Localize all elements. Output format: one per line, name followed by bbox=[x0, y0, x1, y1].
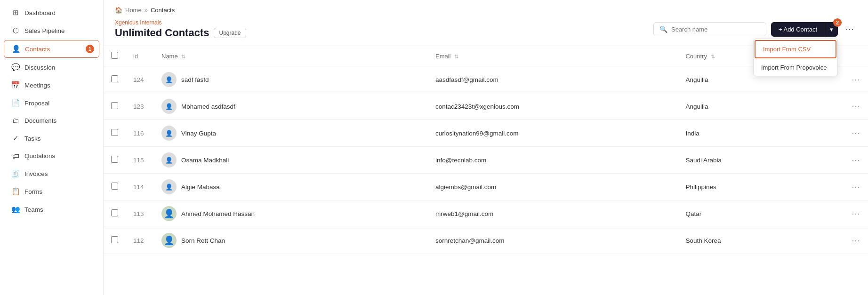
row-email-113[interactable]: mrweb1@gmail.com bbox=[428, 200, 678, 227]
sidebar-item-meetings[interactable]: 📅 Meetings bbox=[4, 77, 99, 94]
row-country-115: Saudi Arabia bbox=[678, 147, 807, 174]
import-dropdown-menu: Import From CSVImport From Propovoice bbox=[753, 39, 838, 76]
row-id-124: 124 bbox=[126, 66, 154, 93]
row-id-112: 112 bbox=[126, 227, 154, 254]
dropdown-item-1[interactable]: Import From Propovoice bbox=[754, 59, 837, 76]
row-actions-123[interactable]: ⋯ bbox=[807, 93, 868, 120]
row-name-113[interactable]: Ahmed Mohamed Hassan bbox=[181, 210, 255, 217]
sidebar-item-discussion[interactable]: 💬 Discussion bbox=[4, 59, 99, 76]
col-email[interactable]: Email ⇅ bbox=[428, 46, 678, 66]
row-checkbox-112[interactable] bbox=[111, 236, 118, 243]
sidebar-item-invoices[interactable]: 🧾 Invoices bbox=[4, 165, 99, 182]
row-name-cell-116: 👤 Vinay Gupta bbox=[154, 120, 428, 147]
row-country-112: South Korea bbox=[678, 227, 807, 254]
row-name-cell-124: 👤 sadf fasfd bbox=[154, 66, 428, 93]
row-email-116[interactable]: curiositynation99@gmail.com bbox=[428, 120, 678, 147]
row-checkbox-113[interactable] bbox=[111, 209, 118, 216]
table-row: 114 👤 Algie Mabasa algiembs@gmail.com Ph… bbox=[104, 174, 868, 200]
row-name-112[interactable]: Sorn Rett Chan bbox=[181, 237, 225, 244]
teams-icon: 👥 bbox=[11, 205, 20, 214]
documents-icon: 🗂 bbox=[11, 117, 20, 125]
search-input[interactable] bbox=[671, 26, 760, 33]
sidebar-item-teams[interactable]: 👥 Teams bbox=[4, 201, 99, 218]
dropdown-item-0[interactable]: Import From CSV bbox=[755, 40, 836, 58]
breadcrumb-home[interactable]: Home bbox=[125, 7, 142, 14]
row-checkbox-124[interactable] bbox=[111, 75, 118, 82]
more-options-button[interactable]: ⋯ bbox=[843, 22, 857, 36]
contacts-icon: 👤 bbox=[12, 45, 20, 53]
proposal-icon: 📄 bbox=[11, 99, 20, 107]
sidebar-item-dashboard[interactable]: ⊞ Dashboard bbox=[4, 4, 99, 21]
select-all-header bbox=[104, 46, 126, 66]
sidebar-item-documents[interactable]: 🗂 Documents bbox=[4, 112, 99, 129]
row-email-112[interactable]: sornretchan@gmail.com bbox=[428, 227, 678, 254]
row-actions-114[interactable]: ⋯ bbox=[807, 174, 868, 200]
discussion-icon: 💬 bbox=[11, 63, 20, 72]
row-checkbox-123[interactable] bbox=[111, 102, 118, 109]
header-actions: 🔍 + Add Contact ▾ 2 Import From CSVImpor… bbox=[653, 22, 857, 37]
row-name-123[interactable]: Mohamed asdfasdf bbox=[181, 103, 235, 110]
sidebar-label-sales-pipeline: Sales Pipeline bbox=[24, 27, 65, 34]
row-checkbox-cell bbox=[104, 120, 126, 147]
sidebar-label-tasks: Tasks bbox=[24, 135, 41, 142]
home-icon: 🏠 bbox=[115, 7, 122, 14]
row-email-123[interactable]: contac23423t@xgenious.com bbox=[428, 93, 678, 120]
sidebar-label-forms: Forms bbox=[24, 188, 42, 195]
notification-badge: 2 bbox=[833, 18, 842, 27]
table-body: 124 👤 sadf fasfd aasdfasdf@gmail.com Ang… bbox=[104, 66, 868, 254]
sidebar-item-sales-pipeline[interactable]: ⬡ Sales Pipeline bbox=[4, 22, 99, 39]
row-country-113: Qatar bbox=[678, 200, 807, 227]
row-email-114[interactable]: algiembs@gmail.com bbox=[428, 174, 678, 200]
row-actions-112[interactable]: ⋯ bbox=[807, 227, 868, 254]
avatar: 👤 bbox=[161, 152, 177, 167]
select-all-checkbox[interactable] bbox=[111, 52, 118, 59]
row-id-113: 113 bbox=[126, 200, 154, 227]
row-email-115[interactable]: info@tecnlab.com bbox=[428, 147, 678, 174]
upgrade-button[interactable]: Upgrade bbox=[214, 28, 246, 38]
page-title: Unlimited Contacts Upgrade bbox=[115, 27, 646, 39]
row-checkbox-115[interactable] bbox=[111, 156, 118, 163]
sidebar-item-quotations[interactable]: 🏷 Quotations bbox=[4, 148, 99, 164]
sidebar-item-contacts[interactable]: 👤 Contacts 1 bbox=[4, 40, 99, 58]
org-name: Xgenious Internals bbox=[115, 19, 646, 26]
sidebar-label-quotations: Quotations bbox=[24, 152, 55, 159]
contacts-table-container: id Name ⇅ Email ⇅ Country ⇅ 124 👤 sadf f… bbox=[104, 46, 868, 295]
quotations-icon: 🏷 bbox=[11, 152, 20, 160]
main-content: 🏠 Home » Contacts Xgenious Internals Unl… bbox=[104, 0, 868, 295]
row-checkbox-cell bbox=[104, 66, 126, 93]
avatar: 👤 bbox=[161, 99, 177, 114]
row-name-124[interactable]: sadf fasfd bbox=[181, 76, 209, 83]
search-box: 🔍 bbox=[653, 22, 766, 36]
row-name-cell-123: 👤 Mohamed asdfasdf bbox=[154, 93, 428, 120]
col-name[interactable]: Name ⇅ bbox=[154, 46, 428, 66]
sidebar-item-tasks[interactable]: ✓ Tasks bbox=[4, 130, 99, 147]
row-actions-113[interactable]: ⋯ bbox=[807, 200, 868, 227]
row-checkbox-cell bbox=[104, 227, 126, 254]
sidebar-label-documents: Documents bbox=[24, 117, 56, 124]
sidebar-label-dashboard: Dashboard bbox=[24, 9, 56, 16]
row-checkbox-116[interactable] bbox=[111, 129, 118, 136]
avatar: 👤 bbox=[161, 126, 177, 141]
invoices-icon: 🧾 bbox=[11, 169, 20, 178]
sidebar-item-forms[interactable]: 📋 Forms bbox=[4, 183, 99, 200]
breadcrumb-current: Contacts bbox=[151, 7, 175, 14]
table-row: 123 👤 Mohamed asdfasdf contac23423t@xgen… bbox=[104, 93, 868, 120]
sidebar-label-teams: Teams bbox=[24, 206, 43, 213]
page-header: Xgenious Internals Unlimited Contacts Up… bbox=[104, 16, 868, 46]
row-checkbox-114[interactable] bbox=[111, 183, 118, 190]
row-email-124[interactable]: aasdfasdf@gmail.com bbox=[428, 66, 678, 93]
row-country-114: Philippines bbox=[678, 174, 807, 200]
row-checkbox-cell bbox=[104, 93, 126, 120]
row-id-123: 123 bbox=[126, 93, 154, 120]
row-country-123: Anguilla bbox=[678, 93, 807, 120]
sidebar-item-proposal[interactable]: 📄 Proposal bbox=[4, 95, 99, 112]
breadcrumb-separator: » bbox=[145, 7, 148, 14]
row-name-114[interactable]: Algie Mabasa bbox=[181, 183, 220, 191]
row-name-116[interactable]: Vinay Gupta bbox=[181, 130, 216, 137]
add-contact-button[interactable]: + Add Contact bbox=[771, 22, 825, 37]
row-name-cell-114: 👤 Algie Mabasa bbox=[154, 174, 428, 200]
col-id: id bbox=[126, 46, 154, 66]
row-name-115[interactable]: Osama Madkhali bbox=[181, 157, 229, 164]
row-actions-116[interactable]: ⋯ bbox=[807, 120, 868, 147]
row-actions-115[interactable]: ⋯ bbox=[807, 147, 868, 174]
